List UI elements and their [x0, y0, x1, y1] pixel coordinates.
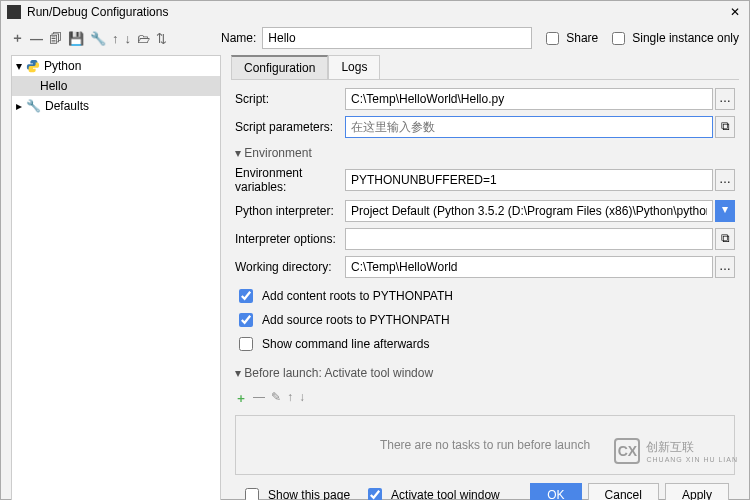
share-label: Share	[566, 31, 598, 45]
envvars-input[interactable]	[345, 169, 713, 191]
interp-options-input[interactable]	[345, 228, 713, 250]
folder-icon[interactable]: 🗁	[137, 31, 150, 46]
wrench-icon: 🔧	[26, 99, 41, 113]
show-cmd-checkbox[interactable]	[239, 337, 253, 351]
tab-configuration[interactable]: Configuration	[231, 55, 328, 79]
show-page-label: Show this page	[268, 488, 350, 500]
collapse-icon: ▾	[235, 366, 241, 380]
add-task-icon[interactable]: ＋	[235, 390, 247, 407]
share-checkbox[interactable]	[546, 32, 559, 45]
tree-item-python[interactable]: ▾ Python	[12, 56, 220, 76]
show-page-checkbox[interactable]	[245, 488, 259, 500]
name-input[interactable]	[262, 27, 532, 49]
tree-label-python: Python	[44, 59, 81, 73]
python-icon	[26, 59, 40, 73]
envvars-browse-button[interactable]: …	[715, 169, 735, 191]
sort-icon[interactable]: ⇅	[156, 31, 167, 46]
envvars-label: Environment variables:	[235, 166, 345, 194]
task-up-icon[interactable]: ↑	[287, 390, 293, 407]
config-toolbar: ＋ — 🗐 💾 🔧 ↑ ↓ 🗁 ⇅	[11, 29, 221, 47]
watermark: CX 创新互联 CHUANG XIN HU LIAN	[614, 438, 738, 464]
save-config-icon[interactable]: 💾	[68, 31, 84, 46]
watermark-logo: CX	[614, 438, 640, 464]
before-launch-empty-text: There are no tasks to run before launch	[380, 438, 590, 452]
window-title: Run/Debug Configurations	[27, 5, 727, 19]
working-dir-browse-button[interactable]: …	[715, 256, 735, 278]
content-roots-label: Add content roots to PYTHONPATH	[262, 289, 453, 303]
interp-options-expand-button[interactable]: ⧉	[715, 228, 735, 250]
watermark-line1: 创新互联	[646, 439, 738, 456]
script-params-expand-button[interactable]: ⧉	[715, 116, 735, 138]
config-tree[interactable]: ▾ Python Hello ▸ 🔧 Defaults	[11, 55, 221, 500]
task-down-icon[interactable]: ↓	[299, 390, 305, 407]
show-cmd-label: Show command line afterwards	[262, 337, 429, 351]
wrench-icon[interactable]: 🔧	[90, 31, 106, 46]
tree-item-defaults[interactable]: ▸ 🔧 Defaults	[12, 96, 220, 116]
add-config-icon[interactable]: ＋	[11, 29, 24, 47]
script-browse-button[interactable]: …	[715, 88, 735, 110]
environment-section-header[interactable]: ▾ Environment	[235, 144, 735, 166]
tree-label-hello: Hello	[40, 79, 67, 93]
interp-options-label: Interpreter options:	[235, 232, 345, 246]
interpreter-select[interactable]	[345, 200, 713, 222]
collapse-icon: ▾	[235, 146, 241, 160]
working-dir-label: Working directory:	[235, 260, 345, 274]
expand-icon[interactable]: ▸	[16, 99, 22, 113]
activate-tool-window-label: Activate tool window	[391, 488, 500, 500]
edit-task-icon[interactable]: ✎	[271, 390, 281, 407]
working-dir-input[interactable]	[345, 256, 713, 278]
move-up-icon[interactable]: ↑	[112, 31, 119, 46]
script-params-input[interactable]	[345, 116, 713, 138]
name-label: Name:	[221, 31, 256, 45]
interpreter-label: Python interpreter:	[235, 204, 345, 218]
tree-item-hello[interactable]: Hello	[12, 76, 220, 96]
remove-config-icon[interactable]: —	[30, 31, 43, 46]
copy-config-icon[interactable]: 🗐	[49, 31, 62, 46]
script-label: Script:	[235, 92, 345, 106]
source-roots-checkbox[interactable]	[239, 313, 253, 327]
expand-icon[interactable]: ▾	[16, 59, 22, 73]
tree-label-defaults: Defaults	[45, 99, 89, 113]
before-launch-section-header[interactable]: ▾ Before launch: Activate tool window	[235, 364, 735, 386]
tab-logs[interactable]: Logs	[328, 55, 380, 79]
close-icon[interactable]: ✕	[727, 5, 743, 19]
script-input[interactable]	[345, 88, 713, 110]
watermark-line2: CHUANG XIN HU LIAN	[646, 456, 738, 463]
cancel-button[interactable]: Cancel	[588, 483, 659, 500]
script-params-label: Script parameters:	[235, 120, 345, 134]
interpreter-dropdown-button[interactable]: ▾	[715, 200, 735, 222]
source-roots-label: Add source roots to PYTHONPATH	[262, 313, 450, 327]
apply-button[interactable]: Apply	[665, 483, 729, 500]
ok-button[interactable]: OK	[530, 483, 581, 500]
single-instance-checkbox[interactable]	[612, 32, 625, 45]
content-roots-checkbox[interactable]	[239, 289, 253, 303]
single-instance-label: Single instance only	[632, 31, 739, 45]
move-down-icon[interactable]: ↓	[125, 31, 132, 46]
remove-task-icon[interactable]: —	[253, 390, 265, 407]
before-launch-toolbar: ＋ — ✎ ↑ ↓	[235, 386, 735, 411]
activate-tool-window-checkbox[interactable]	[368, 488, 382, 500]
app-icon	[7, 5, 21, 19]
